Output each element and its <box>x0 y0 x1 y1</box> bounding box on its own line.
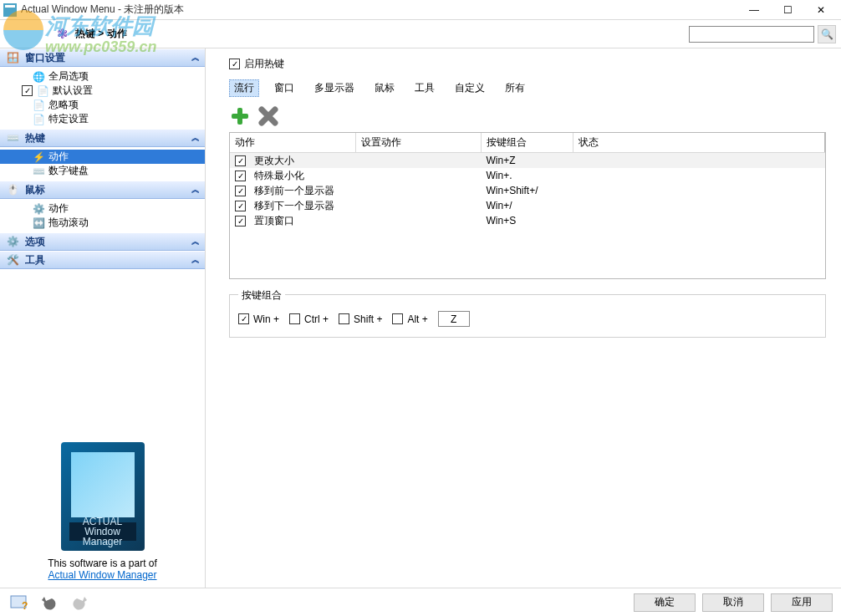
combo-cell: Win+/ <box>481 198 573 213</box>
section-label: 工具 <box>25 253 45 267</box>
item-label: 默认设置 <box>53 84 93 98</box>
item-icon: 📄 <box>32 99 45 111</box>
search-input[interactable] <box>689 26 814 43</box>
checkbox-icon <box>392 313 403 324</box>
search-button[interactable]: 🔍 <box>818 25 836 43</box>
chevron-up-icon: ︽ <box>191 254 200 266</box>
column-header[interactable]: 动作 <box>230 133 355 153</box>
item-label: 特定设置 <box>48 112 89 126</box>
sidebar: 🪟窗口设置︽🌐全局选项✓📄默认设置📄忽略项📄特定设置⌨️热键︽⚡动作⌨️数字键盘… <box>0 48 206 588</box>
modifier-checkbox[interactable]: Shift + <box>339 313 382 325</box>
row-checkbox[interactable]: ✓ <box>235 171 246 181</box>
table-row[interactable]: ✓更改大小Win+Z <box>230 153 825 169</box>
tab[interactable]: 自定义 <box>450 79 490 97</box>
content: ✓ 启用热键 流行窗口多显示器鼠标工具自定义所有 动作设置动作按键组合状态 ✓更… <box>206 48 841 588</box>
sidebar-item[interactable]: ⚡动作 <box>0 150 205 164</box>
combo-cell: Win+Shift+/ <box>481 183 573 198</box>
item-label: 动作 <box>48 150 69 164</box>
table-row[interactable]: ✓移到前一个显示器Win+Shift+/ <box>230 183 825 198</box>
enable-hotkeys-checkbox[interactable]: ✓ <box>229 59 240 69</box>
ok-button[interactable]: 确定 <box>634 593 696 612</box>
close-button[interactable]: ✕ <box>804 1 838 19</box>
apply-button[interactable]: 应用 <box>771 593 833 612</box>
undo-icon[interactable] <box>38 592 60 613</box>
promo: ACTUALWindow Manager This software is a … <box>0 435 205 588</box>
titlebar: Actual Window Menu - 未注册的版本 — ☐ ✕ <box>0 0 841 20</box>
checkbox-icon[interactable]: ✓ <box>22 85 33 96</box>
sidebar-item[interactable]: 📄特定设置 <box>0 112 205 126</box>
sidebar-section-2[interactable]: 🖱️鼠标︽ <box>0 181 205 199</box>
state-cell <box>573 198 825 213</box>
action-cell: 特殊最小化 <box>254 169 304 183</box>
item-label: 动作 <box>48 201 69 216</box>
app-icon <box>3 3 17 17</box>
actions-table[interactable]: 动作设置动作按键组合状态 ✓更改大小Win+Z✓特殊最小化Win+.✓移到前一个… <box>229 132 825 279</box>
row-checkbox[interactable]: ✓ <box>235 186 246 196</box>
modifier-checkbox[interactable]: Ctrl + <box>289 313 329 325</box>
promo-link[interactable]: Actual Window Manager <box>48 569 156 581</box>
item-icon: 📄 <box>36 85 49 97</box>
state-cell <box>573 168 825 183</box>
column-header[interactable]: 状态 <box>573 133 825 153</box>
sidebar-item[interactable]: ↔️拖动滚动 <box>0 216 205 230</box>
chevron-up-icon: ︽ <box>191 132 200 144</box>
sidebar-item[interactable]: ⌨️数字键盘 <box>0 164 205 178</box>
sidebar-section-3[interactable]: ⚙️选项︽ <box>0 232 205 251</box>
section-icon: 🖱️ <box>5 183 20 196</box>
minimize-button[interactable]: — <box>737 1 771 19</box>
key-combo-fieldset: 按键组合 ✓Win +Ctrl +Shift +Alt + <box>229 294 826 338</box>
tab[interactable]: 多显示器 <box>309 79 359 97</box>
column-header[interactable]: 设置动作 <box>355 133 481 153</box>
footer: ? 确定 取消 应用 <box>0 588 841 616</box>
section-label: 鼠标 <box>25 183 45 197</box>
cancel-button[interactable]: 取消 <box>702 593 764 612</box>
chevron-up-icon: ︽ <box>191 236 200 247</box>
table-row[interactable]: ✓特殊最小化Win+. <box>230 168 825 183</box>
set-cell <box>355 168 481 183</box>
tab[interactable]: 鼠标 <box>370 79 400 97</box>
row-checkbox[interactable]: ✓ <box>235 201 246 211</box>
tab[interactable]: 工具 <box>410 79 440 97</box>
sidebar-section-1[interactable]: ⌨️热键︽ <box>0 129 205 147</box>
checkbox-icon: ✓ <box>238 313 249 324</box>
action-cell: 更改大小 <box>254 154 294 168</box>
shield-icon: ❃ <box>54 26 70 43</box>
product-box-image: ACTUALWindow Manager <box>61 442 145 551</box>
item-label: 忽略项 <box>48 98 79 112</box>
modifier-checkbox[interactable]: ✓Win + <box>238 313 279 325</box>
section-label: 热键 <box>25 131 45 145</box>
item-icon: ⚙️ <box>32 203 45 215</box>
set-cell <box>355 213 481 228</box>
combo-cell: Win+S <box>481 213 573 228</box>
item-icon: ↔️ <box>32 217 45 229</box>
sidebar-item[interactable]: 📄忽略项 <box>0 98 205 112</box>
sidebar-item[interactable]: ✓📄默认设置 <box>0 84 205 98</box>
search-icon: 🔍 <box>821 28 833 40</box>
key-input[interactable] <box>438 311 470 327</box>
maximize-button[interactable]: ☐ <box>771 1 804 19</box>
tab[interactable]: 流行 <box>229 79 259 97</box>
tab[interactable]: 所有 <box>500 79 530 97</box>
sidebar-section-4[interactable]: 🛠️工具︽ <box>0 251 205 269</box>
column-header[interactable]: 按键组合 <box>481 133 573 153</box>
sidebar-section-0[interactable]: 🪟窗口设置︽ <box>0 48 205 67</box>
minimize-icon: — <box>749 4 759 16</box>
delete-button[interactable] <box>257 105 279 127</box>
redo-icon[interactable] <box>69 592 90 613</box>
sidebar-item[interactable]: ⚙️动作 <box>0 201 205 216</box>
modifier-label: Win + <box>253 313 279 325</box>
row-checkbox[interactable]: ✓ <box>235 155 246 166</box>
help-icon[interactable]: ? <box>8 592 30 613</box>
table-row[interactable]: ✓移到下一个显示器Win+/ <box>230 198 825 213</box>
checkbox-icon <box>289 313 300 324</box>
tab[interactable]: 窗口 <box>269 79 299 97</box>
table-row[interactable]: ✓置顶窗口Win+S <box>230 213 825 228</box>
combo-cell: Win+Z <box>481 153 573 169</box>
promo-text: This software is a part of <box>7 557 198 569</box>
row-checkbox[interactable]: ✓ <box>235 216 246 227</box>
sidebar-item[interactable]: 🌐全局选项 <box>0 69 205 84</box>
add-button[interactable] <box>229 105 251 127</box>
modifier-checkbox[interactable]: Alt + <box>392 313 427 325</box>
svg-rect-1 <box>5 5 15 8</box>
tabs: 流行窗口多显示器鼠标工具自定义所有 <box>229 79 826 97</box>
